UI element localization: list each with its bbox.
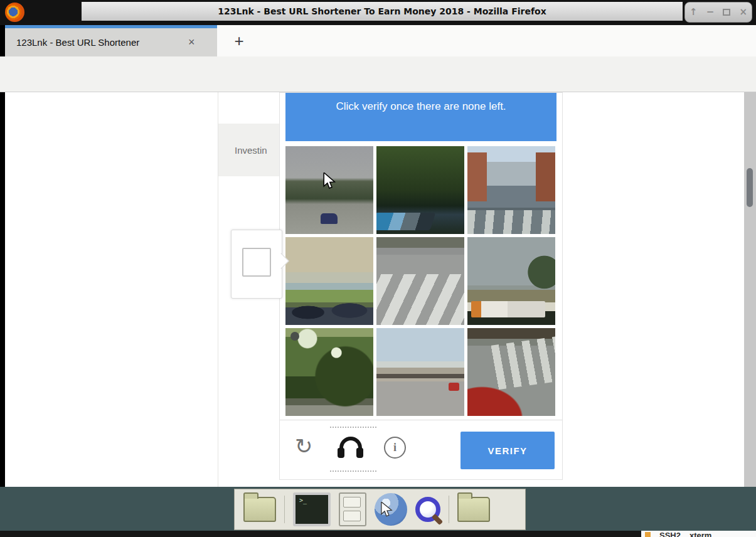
recaptcha-footer: ↻ i VERIFY [280,420,562,481]
tab-active[interactable]: 123Lnk - Best URL Shortener × [5,25,217,56]
captcha-tile-2[interactable] [376,146,464,234]
recaptcha-instruction: Click verify once there are none left. [336,100,506,141]
scrollbar-track[interactable] [744,92,756,487]
focus-outline-bottom [330,471,376,472]
firefox-logo-icon [5,3,24,22]
captcha-tile-1[interactable] [285,146,373,234]
captcha-tile-8[interactable] [376,328,464,416]
page-content: Investin Click verify once there are non… [5,92,744,487]
page-section-label: Investin [235,145,267,156]
captcha-tile-5[interactable] [376,237,464,325]
archive-manager-icon[interactable] [339,492,366,526]
desktop-screen: 123Lnk - Best URL Shortener To Earn Mone… [0,0,756,537]
new-tab-button[interactable]: + [226,25,252,56]
window-titlebar: 123Lnk - Best URL Shortener To Earn Mone… [0,0,756,25]
tab-label-fade [164,37,186,48]
window-fragment-icon [645,532,651,537]
recaptcha-reload-icon[interactable]: ↻ [295,435,313,457]
mouse-cursor [321,173,336,190]
background-window-fragment: SSH2 xterm [641,531,756,537]
recaptcha-checkbox[interactable] [242,248,271,277]
file-manager-icon[interactable] [243,497,276,522]
window-title: 123Lnk - Best URL Shortener To Earn Mone… [218,6,546,16]
captcha-tile-4[interactable] [285,237,373,325]
search-icon[interactable] [415,497,440,522]
scrollbar-thumb[interactable] [747,168,753,207]
tab-label: 123Lnk - Best URL Shortener [16,37,186,48]
captcha-tile-3[interactable] [467,146,555,234]
tab-close-icon[interactable]: × [188,36,195,49]
fragment-text-right: xterm [689,531,711,537]
recaptcha-header: Click verify once there are none left. [285,93,556,141]
launcher-panel [234,489,526,530]
focus-outline-top [330,427,376,428]
file-manager-icon-2[interactable] [457,497,490,522]
verify-button[interactable]: VERIFY [461,432,555,469]
fragment-text-left: SSH2 [659,531,681,537]
web-browser-icon[interactable] [375,493,407,526]
captcha-tile-6[interactable] [467,237,555,325]
captcha-tile-9[interactable] [467,328,555,416]
tab-bar: 123Lnk - Best URL Shortener × + [5,25,756,56]
audio-challenge-icon[interactable] [333,432,368,467]
window-shade-button[interactable]: ↑ [689,8,698,17]
window-close-button[interactable]: × [739,8,747,17]
window-minimize-button[interactable]: − [706,8,715,17]
recaptcha-info-icon[interactable]: i [384,437,406,459]
launcher-separator [284,496,285,523]
window-controls: ↑ − × [684,2,752,23]
page-section: Investin [218,124,287,176]
recaptcha-challenge-popup: Click verify once there are none left. ↻ [279,92,563,480]
background-window-title: SSH2 xterm [641,531,756,537]
window-restore-button[interactable] [723,9,730,16]
navigation-toolbar: ← → ↻ ⌂ i 123lnk.com/6Maey ••• ☆ ☰ [0,56,756,92]
captcha-tile-7[interactable] [285,328,373,416]
recaptcha-checkbox-widget [231,230,282,299]
titlebar-band: 123Lnk - Best URL Shortener To Earn Mone… [82,2,683,21]
launcher-separator-2 [449,496,449,523]
desktop-taskbar [0,487,756,531]
terminal-icon[interactable] [293,492,331,526]
